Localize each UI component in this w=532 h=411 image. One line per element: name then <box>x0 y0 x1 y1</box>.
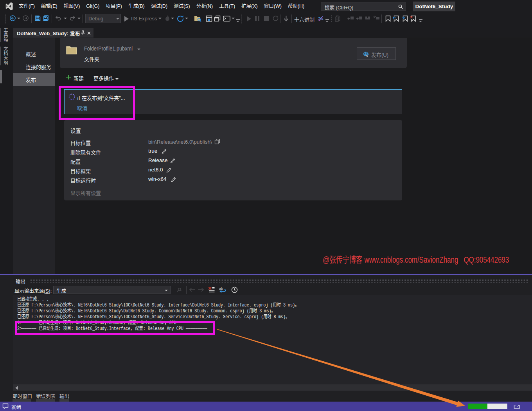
svg-text:ab: ab <box>219 287 223 290</box>
